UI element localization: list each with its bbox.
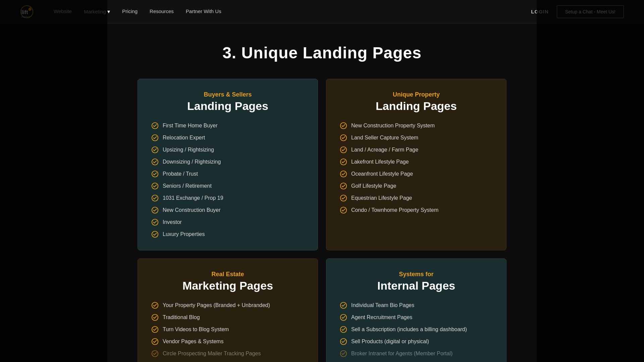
card-buyers-list: First Time Home Buyer Relocation Expert … (151, 122, 304, 238)
check-icon (151, 146, 159, 154)
list-item: Individual Team Bio Pages (340, 302, 493, 309)
check-icon (151, 302, 159, 309)
check-icon (340, 158, 347, 166)
check-icon (151, 350, 159, 357)
list-item: Golf Lifestyle Page (340, 182, 493, 190)
check-icon (151, 122, 159, 129)
list-item: Lakefront Lifestyle Page (340, 158, 493, 166)
check-icon (340, 182, 347, 190)
check-icon (340, 122, 347, 129)
card-marketing: Real Estate Marketing Pages Your Propert… (138, 258, 318, 362)
list-item: First Time Home Buyer (151, 122, 304, 129)
check-icon (340, 170, 347, 178)
list-item: Luxury Properties (151, 231, 304, 238)
card-internal-title: Internal Pages (340, 279, 493, 292)
check-icon (151, 158, 159, 166)
list-item: Turn Videos to Blog System (151, 326, 304, 333)
card-internal-subtitle: Systems for (340, 271, 493, 278)
list-item: Traditional Blog (151, 314, 304, 321)
section-title: 3. Unique Landing Pages (222, 44, 422, 62)
list-item: Upsizing / Rightsizing (151, 146, 304, 154)
card-property-title: Landing Pages (340, 100, 493, 113)
list-item: Relocation Expert (151, 134, 304, 141)
list-item: Condo / Townhome Property System (340, 206, 493, 214)
check-icon (340, 302, 347, 309)
card-marketing-title: Marketing Pages (151, 279, 304, 292)
list-item: Vendor Pages & Systems (151, 338, 304, 345)
nav-item-resources[interactable]: Resources (150, 8, 174, 15)
check-icon (151, 338, 159, 345)
list-item: Probate / Trust (151, 170, 304, 178)
check-icon (340, 326, 347, 333)
card-buyers-subtitle: Buyers & Sellers (151, 91, 304, 98)
list-item: Circle Prospecting Mailer Tracking Pages (151, 350, 304, 357)
list-item: Oceanfront Lifestyle Page (340, 170, 493, 178)
list-item: Land / Acreage / Farm Page (340, 146, 493, 154)
card-property-list: New Construction Property System Land Se… (340, 122, 493, 214)
check-icon (151, 219, 159, 226)
check-icon (340, 134, 347, 141)
list-item: Downsizing / Rightsizing (151, 158, 304, 166)
check-icon (151, 194, 159, 202)
left-vignette (0, 0, 107, 362)
card-buyers-title: Landing Pages (151, 100, 304, 113)
check-icon (151, 134, 159, 141)
check-icon (151, 314, 159, 321)
nav-item-partner[interactable]: Partner With Us (186, 8, 221, 15)
check-icon (340, 338, 347, 345)
card-unique-property: Unique Property Landing Pages New Constr… (326, 79, 506, 250)
check-icon (340, 146, 347, 154)
list-item: Agent Recruitment Pages (340, 314, 493, 321)
list-item: 1031 Exchange / Prop 19 (151, 194, 304, 202)
check-icon (151, 231, 159, 238)
nav-item-pricing[interactable]: Pricing (122, 8, 138, 15)
card-internal: Systems for Internal Pages Individual Te… (326, 258, 506, 362)
list-item: New Construction Buyer (151, 206, 304, 214)
list-item: New Construction Property System (340, 122, 493, 129)
list-item: Land Seller Capture System (340, 134, 493, 141)
card-property-subtitle: Unique Property (340, 91, 493, 98)
card-buyers-sellers: Buyers & Sellers Landing Pages First Tim… (138, 79, 318, 250)
check-icon (151, 170, 159, 178)
card-internal-list: Individual Team Bio Pages Agent Recruitm… (340, 302, 493, 357)
list-item: Broker Intranet for Agents (Member Porta… (340, 350, 493, 357)
check-icon (340, 314, 347, 321)
right-vignette (537, 0, 644, 362)
check-icon (340, 350, 347, 357)
list-item: Sell a Subscription (includes a billing … (340, 326, 493, 333)
list-item: Your Property Pages (Branded + Unbranded… (151, 302, 304, 309)
card-marketing-list: Your Property Pages (Branded + Unbranded… (151, 302, 304, 357)
card-marketing-subtitle: Real Estate (151, 271, 304, 278)
list-item: Sell Products (digital or physical) (340, 338, 493, 345)
list-item: Equestrian Lifestyle Page (340, 194, 493, 202)
list-item: Seniors / Retirement (151, 182, 304, 190)
check-icon (340, 206, 347, 214)
list-item: Investor (151, 219, 304, 226)
check-icon (340, 194, 347, 202)
check-icon (151, 326, 159, 333)
cards-grid: Buyers & Sellers Landing Pages First Tim… (138, 79, 506, 362)
check-icon (151, 182, 159, 190)
check-icon (151, 206, 159, 214)
